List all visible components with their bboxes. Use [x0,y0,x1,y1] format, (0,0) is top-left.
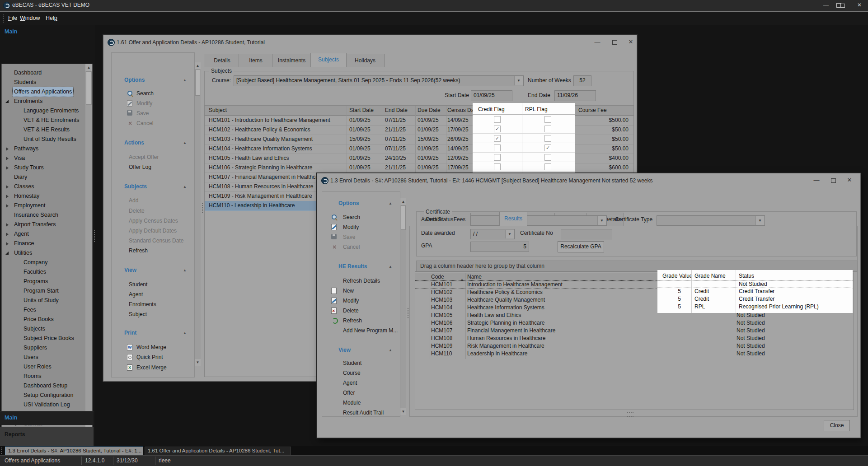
menubar-grip[interactable] [3,14,6,23]
sidebar-splitter[interactable] [94,230,96,242]
col-header-name[interactable]: Name [467,273,482,281]
close-button[interactable]: Close [824,420,850,431]
collapse-icon[interactable]: ▲ [183,268,187,272]
col-header-course-fee[interactable]: Course Fee [578,106,607,115]
recalculate-gpa-button[interactable]: Recalculate GPA [558,241,604,252]
sidebar-item-units-of-study[interactable]: Units of Study [2,296,84,305]
sidebar-item-enrolments[interactable]: Enrolments [2,97,84,106]
sidebar-item-diary[interactable]: Diary [2,172,84,182]
grade-row[interactable]: 5 Credit Credit Transfer [657,288,852,295]
scroll-down-icon[interactable]: ▼ [400,408,406,415]
sidebar-item-suppliers[interactable]: Suppliers [2,343,84,353]
result-row[interactable]: HCM109 Risk Management in Healthcare Not… [415,342,854,350]
scroll-up-icon[interactable]: ▲ [195,62,201,69]
enrol-maximize-button[interactable] [826,176,840,184]
menu-file[interactable]: File [8,15,17,21]
credit-flag-checkbox[interactable] [494,163,501,170]
credit-flag-checkbox[interactable]: ✓ [494,126,501,132]
sidebar-item-dashboard-setup[interactable]: Dashboard Setup [2,381,84,391]
tree-scrollbar[interactable]: ▲ ▼ [85,64,92,432]
col-header-census-date[interactable]: Census Date [447,106,474,115]
collapse-icon[interactable]: ▲ [183,331,187,335]
sidebar-item-user-roles[interactable]: User Roles [2,362,84,372]
sidebar-item-airport-transfers[interactable]: Airport Transfers [2,220,84,229]
sidebar-item-faculties[interactable]: Faculties [2,267,84,277]
sidebar-item-price-books[interactable]: Price Books [2,315,84,324]
resize-grip[interactable] [627,412,633,417]
view-section-header[interactable]: View [124,267,136,273]
chevron-down-icon[interactable]: ▼ [505,230,514,238]
sidebar-item-homestay[interactable]: Homestay [2,191,84,201]
sidebar-item-setup-configuration[interactable]: Setup Configuration [2,391,84,400]
sidebar-item-vet-he-enrolments[interactable]: VET & HE Enrolments [2,116,84,125]
sidebar-item-fees[interactable]: Fees [2,305,84,315]
scrollbar-thumb[interactable] [195,70,200,96]
scroll-down-icon[interactable]: ▼ [195,359,201,366]
tab-results[interactable]: Results [499,212,527,226]
col-header-grade-value[interactable]: Grade Value [662,272,693,280]
scroll-up-icon[interactable]: ▲ [400,198,406,205]
rpl-flag-checkbox[interactable] [544,126,551,132]
sidebar-item-unit-of-study-results[interactable]: Unit of Study Results [2,135,84,144]
tab-instalments[interactable]: Instalments [272,54,311,67]
sidebar-item-usi-validation-log[interactable]: USI Validation Log [2,400,84,410]
options-section-header[interactable]: Options [338,200,359,206]
sidebar-item-employment[interactable]: Employment [2,201,84,210]
chevron-down-icon[interactable]: ▼ [514,76,523,85]
sidebar-item-dashboard[interactable]: Dashboard [2,68,84,78]
menu-window[interactable]: Window [20,15,40,21]
sidebar-item-language-enrolments[interactable]: Language Enrolments [2,106,84,116]
collapse-icon[interactable]: ▲ [389,265,392,269]
tree-scrollbar-thumb[interactable] [86,71,92,105]
certificate-no-field[interactable] [561,229,612,239]
sidebar-item-company[interactable]: Company [2,258,84,267]
tab-details[interactable]: Details [205,54,239,67]
he-results-section-header[interactable]: HE Results [338,263,367,270]
sidebar-item-vet-he-results[interactable]: VET & HE Results [2,125,84,135]
rpl-flag-checkbox[interactable]: ✓ [544,144,551,151]
credit-flag-checkbox[interactable]: ✓ [494,135,501,142]
result-row[interactable]: HCM107 Financial Management in Healthcar… [415,327,854,335]
enrol-panel-scrollbar[interactable]: ▲ ▼ [400,198,406,415]
tab-holidays[interactable]: Holidays [346,54,385,67]
app-restore-button[interactable] [835,2,847,9]
grade-row[interactable]: 5 RPL Recognised Prior Learning (RPL) [657,303,852,311]
rpl-flag-checkbox[interactable] [544,163,551,170]
sidebar-item-rooms[interactable]: Rooms [2,372,84,381]
options-section-header[interactable]: Options [124,77,145,83]
sidebar-item-students[interactable]: Students [2,78,84,87]
tab-items[interactable]: Items [239,54,273,67]
print-section-header[interactable]: Print [124,330,136,336]
offer-minimize-button[interactable]: — [591,38,604,46]
col-header-credit-flag[interactable]: Credit Flag [478,105,505,114]
nav-group-reports[interactable]: Reports [0,427,94,447]
col-header-subject[interactable]: Subject [209,106,227,115]
col-header-status[interactable]: Status [739,272,754,280]
sidebar-item-insurance-search[interactable]: Insurance Search [2,210,84,220]
sidebar-item-visa[interactable]: Visa [2,154,84,163]
collapse-icon[interactable]: ▲ [183,141,187,145]
scrollbar-thumb[interactable] [401,205,406,230]
certificate-type-dropdown[interactable]: ▼ [657,215,765,226]
col-header-grade-name[interactable]: Grade Name [694,272,726,280]
result-row[interactable]: HCM110 Leadership in Healthcare Not Stud… [415,350,854,358]
offer-maximize-button[interactable] [608,38,621,46]
enrol-close-x-button[interactable]: ✕ [843,176,856,184]
taskbar-button-offer-details[interactable]: 1.61 Offer and Application Details - AP1… [145,447,291,455]
end-date-field[interactable]: 11/09/26 [554,90,596,101]
chevron-down-icon[interactable]: ▼ [755,216,764,225]
credit-flag-checkbox[interactable] [494,154,501,161]
sidebar-item-utilities[interactable]: Utilities [2,248,84,258]
nav-group-main[interactable]: Main [0,411,94,425]
view-section-header[interactable]: View [338,347,351,353]
taskbar-button-enrol-details[interactable]: 1.3 Enrol Details - S#: AP10286 Student,… [5,447,143,455]
sidebar-item-study-tours[interactable]: Study Tours [2,163,84,172]
sidebar-item-subjects[interactable]: Subjects [2,324,84,334]
start-date-field[interactable]: 01/09/25 [471,90,512,101]
award-status-dropdown[interactable]: ▼ [470,215,607,226]
sidebar-item-classes[interactable]: Classes [2,182,84,191]
sidebar-item-pathways[interactable]: Pathways [2,144,84,154]
sidebar-item-users[interactable]: Users [2,353,84,362]
grade-row[interactable]: 5 Credit Credit Transfer [657,295,852,303]
result-row[interactable]: HCM108 Human Resources in Healthcare Not… [415,335,854,342]
